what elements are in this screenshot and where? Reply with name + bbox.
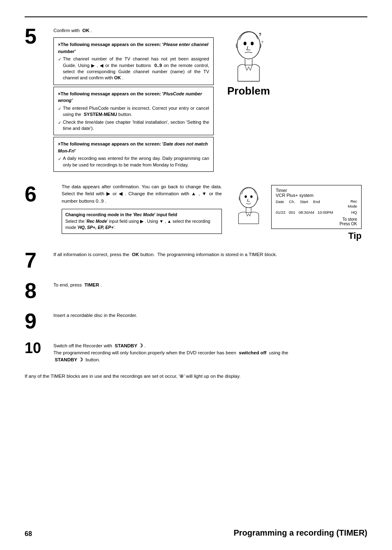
step6-row: 6 The data appears after confirmation. Y… bbox=[25, 183, 367, 241]
timer-note: If any of the TIMER blocks are in use an… bbox=[25, 372, 367, 380]
timer-title: Timer bbox=[276, 188, 357, 193]
svg-point-2 bbox=[251, 42, 254, 45]
col-rec-mode: RecMode bbox=[348, 199, 357, 209]
step10-line2: The programmed recording will only funct… bbox=[53, 349, 367, 364]
step6-tip-box: Changing recording mode in the 'Rec Mode… bbox=[62, 209, 222, 234]
problem-face-illustration: ? ? bbox=[224, 25, 273, 83]
step5-content: Confirm with OK . ×The following message… bbox=[53, 25, 214, 173]
tip-box-header: Changing recording mode in the 'Rec Mode… bbox=[65, 212, 218, 218]
step5-number: 5 bbox=[25, 25, 53, 173]
step5-info-box-1: ×The following message appears on the sc… bbox=[53, 37, 214, 85]
timer-note-text: If any of the TIMER blocks are in use an… bbox=[25, 372, 367, 380]
svg-point-7 bbox=[250, 195, 252, 198]
step7-number: 7 bbox=[25, 250, 53, 271]
step5-right-panel: ? ? Problem bbox=[222, 25, 275, 173]
step6-right-panel: Timer VCR Plus+ system Date Ch. Start En… bbox=[230, 183, 362, 241]
svg-text:?: ? bbox=[261, 40, 263, 44]
timer-rec-mode-val: HQ bbox=[351, 210, 357, 215]
step9-number: 9 bbox=[25, 310, 53, 332]
svg-point-5 bbox=[240, 187, 257, 208]
step6-number: 6 bbox=[25, 183, 53, 205]
step8-number: 8 bbox=[25, 280, 53, 301]
step6-text: The data appears after confirmation. You… bbox=[62, 183, 222, 205]
page-number: 68 bbox=[25, 530, 32, 538]
step5-info-box-2: ×The following message appears on the sc… bbox=[53, 87, 214, 136]
to-store-label: To storePress OK bbox=[276, 217, 357, 226]
svg-point-0 bbox=[237, 32, 260, 59]
box3-header: ×The following message appears on the sc… bbox=[58, 141, 209, 154]
box3-check1: ✓ A daily recording was entered for the … bbox=[58, 155, 209, 168]
step9-content: Insert a recordable disc in the Recorder… bbox=[53, 310, 367, 332]
step5-ok-button: OK bbox=[82, 28, 89, 33]
step6-left: The data appears after confirmation. You… bbox=[62, 183, 222, 241]
step7-block: 7 If all information is correct, press t… bbox=[25, 250, 367, 271]
page-container: 5 Confirm with OK . ×The following messa… bbox=[0, 0, 392, 550]
step8-text: To end, press TIMER . bbox=[53, 282, 367, 289]
timer-ch: 001 bbox=[289, 210, 295, 215]
box1-check1: ✓ The channel number of the TV channel h… bbox=[58, 56, 209, 81]
tip-label: Tip bbox=[348, 231, 362, 241]
svg-point-6 bbox=[244, 195, 247, 198]
step6-number-wrapper: 6 bbox=[25, 183, 53, 241]
step7-text: If all information is correct, press the… bbox=[53, 251, 367, 258]
timer-date: 01/22 bbox=[276, 210, 286, 215]
svg-point-1 bbox=[244, 42, 247, 45]
step9-text: Insert a recordable disc in the Recorder… bbox=[53, 312, 367, 319]
tip-box-text: Select the 'Rec Mode' input field using … bbox=[65, 218, 218, 231]
step8-content: To end, press TIMER . bbox=[53, 280, 367, 301]
step5-left: 5 Confirm with OK . ×The following messa… bbox=[25, 25, 214, 173]
box1-header: ×The following message appears on the sc… bbox=[58, 41, 209, 55]
step10-block: 10 Switch off the Recorder with STANDBY … bbox=[25, 341, 367, 364]
tip-face-illustration bbox=[230, 183, 267, 224]
svg-text:?: ? bbox=[259, 32, 261, 37]
footer: 68 Programming a recording (TIMER) bbox=[25, 528, 367, 538]
col-date: Date bbox=[276, 199, 284, 204]
timer-end: 10:00PM bbox=[318, 210, 333, 215]
timer-subtitle: VCR Plus+ system bbox=[276, 193, 357, 198]
step10-number: 10 bbox=[25, 341, 53, 364]
timer-box: Timer VCR Plus+ system Date Ch. Start En… bbox=[271, 185, 362, 229]
step10-content: Switch off the Recorder with STANDBY ☽ .… bbox=[53, 341, 367, 364]
box2-check1: ✓ The entered PlusCode number is incorre… bbox=[58, 105, 209, 118]
problem-label: Problem bbox=[227, 85, 270, 97]
col-end: End bbox=[313, 199, 320, 204]
top-rule bbox=[25, 16, 367, 17]
step5-confirm-text: Confirm with bbox=[53, 28, 80, 33]
col-ch: Ch. bbox=[289, 199, 295, 204]
box2-check2: ✓ Check the time/date (see chapter 'Init… bbox=[58, 119, 209, 132]
page-title: Programming a recording (TIMER) bbox=[233, 528, 367, 538]
col-start: Start bbox=[300, 199, 308, 204]
step5-row: 5 Confirm with OK . ×The following messa… bbox=[25, 25, 367, 173]
step8-block: 8 To end, press TIMER . bbox=[25, 280, 367, 301]
box2-header: ×The following message appears on the sc… bbox=[58, 90, 209, 104]
step7-content: If all information is correct, press the… bbox=[53, 250, 367, 271]
step9-block: 9 Insert a recordable disc in the Record… bbox=[25, 310, 367, 332]
step10-line1: Switch off the Recorder with STANDBY ☽ . bbox=[53, 342, 367, 349]
timer-start: 08:30AM bbox=[299, 210, 314, 215]
step5-info-box-3: ×The following message appears on the sc… bbox=[53, 137, 214, 172]
